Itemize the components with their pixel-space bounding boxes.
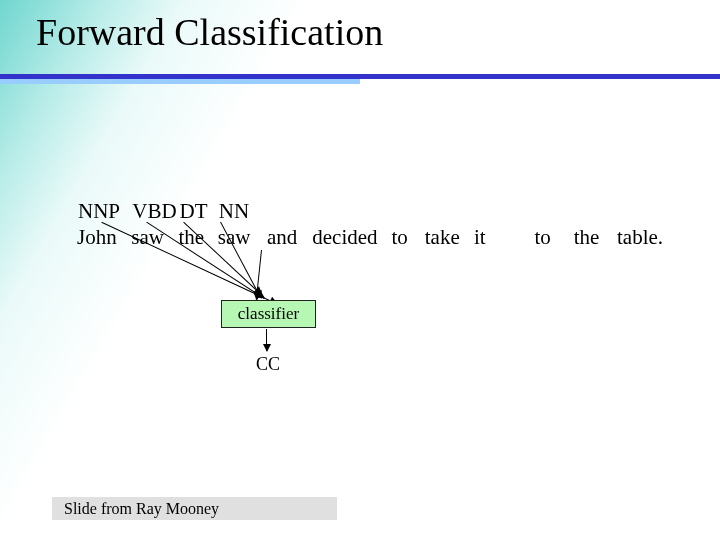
footer-credit: Slide from Ray Mooney — [52, 497, 337, 520]
tag-saw1: VBD — [132, 199, 174, 224]
slide: Forward Classification NNP VBD DT NN Joh… — [0, 0, 720, 540]
word-take: take — [425, 225, 469, 250]
tag-the1: DT — [180, 199, 214, 224]
word-the2: the — [574, 225, 612, 250]
word-decided: decided — [312, 225, 386, 250]
tag-john: NNP — [78, 199, 127, 224]
output-tag: CC — [256, 354, 280, 375]
tag-saw2: NN — [219, 199, 263, 224]
slide-title: Forward Classification — [36, 10, 383, 54]
pos-tag-line: NNP VBD DT NN — [78, 199, 668, 224]
word-to1: to — [392, 225, 420, 250]
classifier-box: classifier — [221, 300, 316, 328]
word-table: table. — [617, 225, 667, 250]
word-it: it — [474, 225, 496, 250]
word-to2: to — [535, 225, 569, 250]
word-and: and — [267, 225, 307, 250]
arrow-classifier-output — [266, 329, 267, 351]
rule-accent — [0, 79, 360, 84]
sentence-line: John saw the saw and decided to take it … — [77, 225, 667, 250]
